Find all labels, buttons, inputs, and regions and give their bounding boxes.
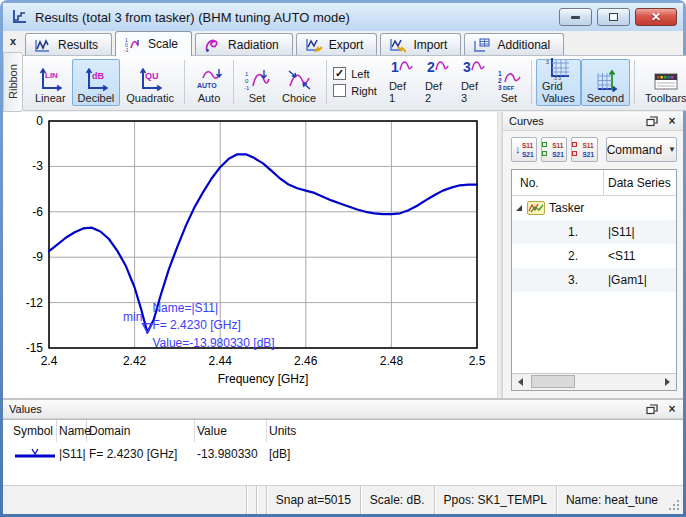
column-value[interactable]: Value: [195, 420, 267, 442]
set-scale-button[interactable]: 1 0 -1 Set: [238, 59, 276, 106]
tab-scale[interactable]: 1 0 -1 Scale: [115, 31, 192, 56]
plot-s-params-button[interactable]: ↓ S11 S21: [511, 137, 537, 162]
chart-svg[interactable]: 2.42.422.442.462.482.50-3-6-9-12-15Frequ…: [3, 112, 497, 398]
svg-text:0: 0: [36, 114, 43, 128]
quadratic-button[interactable]: QU Quadratic: [120, 59, 180, 106]
second-button[interactable]: Second: [581, 59, 630, 106]
left-checkbox-row[interactable]: ✓ Left: [333, 67, 377, 80]
right-checkbox[interactable]: [333, 84, 346, 97]
values-table-header[interactable]: Symbol Name Domain Value Units: [3, 420, 683, 442]
curves-close-button[interactable]: ×: [665, 114, 679, 128]
close-button[interactable]: ✕: [635, 8, 677, 26]
ribbon: x Ribbon Results 1 0: [3, 31, 683, 112]
status-snap: Snap at=5015: [266, 486, 360, 514]
values-table: Symbol Name Domain Value Units |S11| F= …: [3, 419, 683, 485]
def1-icon: 1: [389, 56, 413, 80]
values-row[interactable]: |S11| F= 2.4230 [GHz] -13.980330 [dB]: [3, 442, 683, 466]
def1-button[interactable]: 1 Def 1: [383, 59, 419, 106]
curve-row-3[interactable]: 3. |Gam1|: [512, 268, 676, 292]
curves-table-header[interactable]: No. Data Series: [512, 170, 676, 196]
check-icon: [542, 142, 547, 147]
tab-export[interactable]: Export: [296, 33, 378, 56]
command-dropdown[interactable]: Command ▼: [606, 137, 677, 162]
ribbon-tabs: Results 1 0 -1 Scale: [23, 31, 686, 56]
tree-group-tasker[interactable]: Tasker: [512, 196, 676, 220]
values-panel-titlebar[interactable]: Values ×: [3, 400, 683, 419]
svg-text:-3: -3: [32, 159, 43, 173]
column-units[interactable]: Units: [267, 420, 683, 442]
tab-radiation[interactable]: Radiation: [195, 33, 293, 56]
values-panel-title: Values: [9, 403, 42, 415]
scrollbar-thumb[interactable]: [531, 375, 575, 388]
values-close-button[interactable]: ×: [665, 402, 679, 416]
tab-import[interactable]: Import: [380, 33, 461, 56]
scroll-right-button[interactable]: [659, 374, 676, 390]
scroll-left-button[interactable]: [512, 374, 529, 390]
set-def-button[interactable]: 1 2 3 DEF Set: [491, 59, 527, 106]
values-float-button[interactable]: [645, 402, 659, 416]
resize-grip[interactable]: [667, 486, 683, 514]
column-data-series[interactable]: Data Series: [604, 176, 676, 190]
disable-s-params-button[interactable]: S11 S21: [571, 137, 597, 162]
svg-text:1: 1: [498, 70, 502, 77]
horizontal-scrollbar[interactable]: [512, 373, 676, 390]
toolbar-separator: [634, 60, 635, 104]
button-label: Def 1: [389, 80, 413, 104]
toolbars-button[interactable]: Toolbars: [639, 59, 686, 106]
title-bar[interactable]: Results (total 3 from tasker) (BHM tunin…: [3, 3, 683, 31]
tab-additional[interactable]: Additional: [464, 33, 564, 56]
def3-icon: 3: [461, 56, 485, 80]
svg-text:-6: -6: [32, 205, 43, 219]
restore-icon: [609, 13, 618, 21]
button-label: Toolbars: [645, 92, 686, 104]
svg-text:Name=|S11|: Name=|S11|: [152, 301, 218, 315]
curves-panel-titlebar[interactable]: Curves ×: [503, 112, 683, 131]
row-number: 3.: [512, 273, 604, 287]
toolbars-icon: [653, 66, 679, 92]
svg-text:2: 2: [498, 77, 502, 84]
tab-results[interactable]: Results: [25, 33, 112, 56]
auto-button[interactable]: AUTO Auto: [189, 59, 229, 106]
row-series: |Gam1|: [604, 273, 676, 287]
svg-text:-15: -15: [26, 341, 44, 355]
curve-row-1[interactable]: 1. |S11|: [512, 220, 676, 244]
scale-tab-icon: 1 0 -1: [124, 37, 141, 52]
row-domain: F= 2.4230 [GHz]: [87, 447, 195, 461]
expander-icon[interactable]: [516, 205, 522, 211]
scrollbar-track[interactable]: [529, 374, 659, 390]
status-segment-empty: [256, 486, 266, 514]
def2-button[interactable]: 2 Def 2: [419, 59, 455, 106]
tab-label: Scale: [148, 37, 178, 51]
enable-s-params-button[interactable]: S11 S21: [541, 137, 567, 162]
curve-row-2[interactable]: 2. <S11: [512, 244, 676, 268]
button-label: Set: [249, 92, 266, 104]
choice-button[interactable]: Choice: [276, 59, 322, 106]
button-label: Decibel: [78, 92, 115, 104]
left-checkbox[interactable]: ✓: [333, 67, 346, 80]
radiation-tab-icon: [204, 38, 221, 53]
decibel-button[interactable]: dB Decibel: [72, 59, 121, 106]
minimize-button[interactable]: [559, 8, 592, 26]
additional-tab-icon: [473, 38, 490, 53]
column-no[interactable]: No.: [512, 170, 604, 195]
svg-text:-1: -1: [124, 47, 129, 52]
grid-values-button[interactable]: 3 3 3 Grid Values: [536, 59, 581, 106]
close-icon: ✕: [651, 11, 661, 23]
restore-button[interactable]: [597, 8, 630, 26]
left-checkbox-label: Left: [351, 68, 369, 80]
quadratic-icon: QU: [137, 66, 163, 92]
ribbon-close-button[interactable]: x: [5, 34, 21, 50]
ribbon-side-tab[interactable]: Ribbon: [3, 52, 23, 112]
column-domain[interactable]: Domain: [87, 420, 195, 442]
toolbar-separator: [531, 60, 532, 104]
def3-button[interactable]: 3 Def 3: [455, 59, 491, 106]
button-label: Choice: [282, 92, 316, 104]
right-checkbox-row[interactable]: Right: [333, 84, 377, 97]
column-symbol[interactable]: Symbol: [11, 420, 57, 442]
curves-toolbar: ↓ S11 S21 S11 S21 S11 S21: [503, 131, 683, 167]
linear-icon: LIN: [37, 66, 63, 92]
column-name[interactable]: Name: [57, 420, 87, 442]
curves-float-button[interactable]: [645, 114, 659, 128]
linear-button[interactable]: LIN Linear: [29, 59, 72, 106]
svg-text:F= 2.4230 [GHz]: F= 2.4230 [GHz]: [152, 318, 240, 332]
